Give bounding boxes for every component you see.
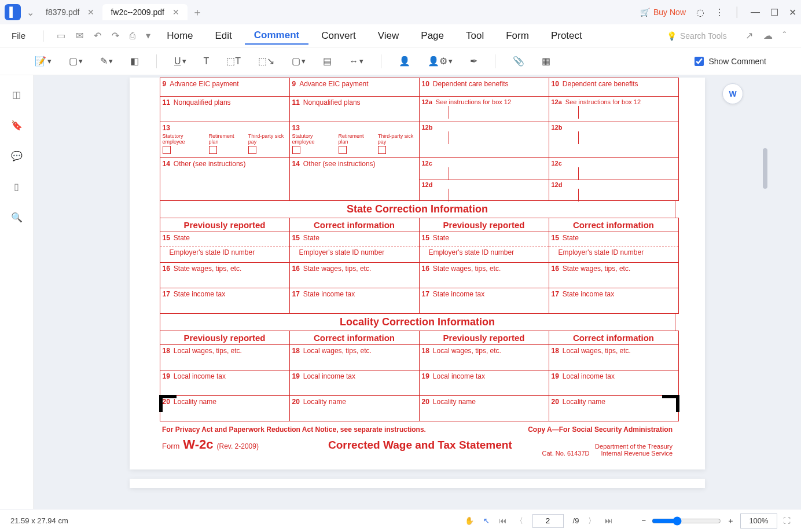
highlight-area-tool[interactable]: ▢▾ [69, 56, 83, 67]
box-num: 18 [422, 347, 429, 355]
thumbnails-icon[interactable]: ◫ [12, 89, 21, 100]
tab-f8379[interactable]: f8379.pdf ✕ [38, 4, 102, 20]
stamp-custom-tool[interactable]: 👤⚙▾ [428, 56, 453, 67]
search-tools[interactable]: 💡 Search Tools [667, 31, 727, 41]
page-number-input[interactable] [532, 514, 564, 528]
undo-icon[interactable]: ↶ [90, 30, 105, 41]
menu-protect[interactable]: Protect [542, 28, 591, 44]
checkbox[interactable] [339, 146, 347, 154]
buy-now-button[interactable]: 🛒 Buy Now [640, 8, 686, 17]
scrollbar-thumb[interactable] [763, 148, 767, 189]
cat-no: Cat. No. 61437D [542, 450, 590, 457]
attachment-tool[interactable]: 📎 [513, 56, 524, 67]
prev-page-button[interactable]: 〈 [516, 516, 523, 526]
shape-tool[interactable]: ▢▾ [292, 56, 306, 67]
form-footer: For Privacy Act and Paperwork Reduction … [160, 421, 675, 469]
bookmark-icon[interactable]: 🔖 [11, 120, 23, 131]
cloud-icon[interactable]: ☁ [760, 30, 776, 41]
close-icon[interactable]: ✕ [87, 8, 94, 17]
zoom-out-button[interactable]: − [641, 516, 646, 525]
divider: │ [734, 7, 740, 17]
zoom-slider[interactable] [652, 516, 721, 526]
col-header: Previously reported [160, 331, 290, 345]
box-num: 12d [422, 181, 433, 188]
comment-icon[interactable]: 💬 [11, 151, 23, 162]
box-label: Locality name [303, 398, 346, 406]
divider [156, 54, 157, 68]
box-num: 9 [163, 80, 167, 88]
box-num: 16 [552, 265, 559, 273]
note-box-tool[interactable]: ▤ [323, 56, 332, 67]
pencil-tool[interactable]: ✎▾ [100, 56, 113, 67]
maximize-button[interactable]: ☐ [770, 7, 778, 18]
mail-icon[interactable]: ✉ [72, 30, 87, 41]
minimize-button[interactable]: — [751, 7, 760, 17]
box-num: 12b [552, 124, 563, 131]
signature-tool[interactable]: ✒ [470, 56, 477, 67]
attachment-panel-icon[interactable]: ▯ [14, 181, 19, 192]
callout-tool[interactable]: ⬚↘ [258, 56, 274, 67]
menu-view[interactable]: View [369, 28, 409, 44]
box-num: 10 [552, 80, 559, 88]
search-icon[interactable]: 🔍 [11, 212, 23, 223]
tab-fw2c-2009[interactable]: fw2c--2009.pdf ✕ [102, 4, 188, 20]
close-icon[interactable]: ✕ [172, 8, 179, 17]
next-page-button[interactable]: 〉 [588, 516, 596, 526]
box-num: 15 [552, 234, 559, 242]
box-num: 18 [552, 347, 559, 355]
save-icon[interactable]: ▭ [53, 30, 69, 41]
text-box-tool[interactable]: ⬚T [226, 56, 241, 67]
redo-icon[interactable]: ↷ [108, 30, 123, 41]
checkbox[interactable] [292, 146, 300, 154]
menu-convert[interactable]: Convert [312, 28, 365, 44]
underline-tool[interactable]: U▾ [174, 56, 186, 67]
fit-width-icon[interactable]: ⛶ [783, 516, 791, 525]
status-bar: 21.59 x 27.94 cm ✋ ↖ ⏮ 〈 /9 〉 ⏭ − ＋ 100%… [0, 509, 801, 532]
print-icon[interactable]: ⎙ [126, 31, 139, 41]
comments-panel-tool[interactable]: ▦ [542, 56, 550, 67]
share-icon[interactable]: ↗ [742, 30, 756, 41]
text-tool[interactable]: T [204, 56, 210, 67]
file-menu[interactable]: File [12, 31, 25, 41]
box-num: 11 [163, 98, 170, 107]
hand-tool-icon[interactable]: ✋ [465, 516, 474, 525]
checkbox[interactable] [209, 146, 217, 154]
menu-bar: File │ ▭ ✉ ↶ ↷ ⎙ ▾ Home Edit Comment Con… [0, 24, 801, 47]
checkbox[interactable] [378, 146, 386, 154]
opt-label: Statutory employee [292, 133, 330, 145]
new-tab-button[interactable]: ＋ [192, 5, 203, 19]
show-comment-checkbox[interactable] [695, 57, 704, 66]
measure-tool[interactable]: ↔▾ [349, 56, 363, 67]
note-tool[interactable]: 📝▾ [35, 56, 52, 67]
dropdown-icon[interactable]: ▾ [142, 30, 154, 41]
zoom-value[interactable]: 100% [740, 513, 777, 529]
checkbox[interactable] [248, 146, 256, 154]
eraser-tool[interactable]: ◧ [130, 56, 139, 67]
col-header: Previously reported [160, 218, 290, 232]
menu-page[interactable]: Page [411, 28, 453, 44]
first-page-button[interactable]: ⏮ [499, 516, 506, 525]
show-comment-toggle[interactable]: Show Comment [695, 57, 766, 66]
kebab-menu-icon[interactable]: ⋮ [715, 7, 724, 18]
document-viewport[interactable]: W 9Advance EIC payment 9Advance EIC paym… [34, 75, 801, 509]
box-num: 9 [292, 80, 296, 88]
pdf-page-next [130, 479, 705, 488]
checkbox[interactable] [163, 146, 171, 154]
last-page-button[interactable]: ⏭ [605, 516, 612, 525]
box-label: State income tax [563, 290, 614, 298]
divider [381, 54, 381, 68]
menu-tool[interactable]: Tool [457, 28, 493, 44]
menu-comment[interactable]: Comment [245, 27, 308, 45]
menu-form[interactable]: Form [497, 28, 538, 44]
stamp-tool[interactable]: 👤 [399, 56, 410, 67]
chevron-up-icon[interactable]: ˆ [780, 31, 789, 41]
menu-home[interactable]: Home [157, 28, 202, 44]
close-window-button[interactable]: ✕ [789, 7, 796, 18]
word-export-button[interactable]: W [722, 83, 743, 104]
zoom-in-button[interactable]: ＋ [727, 516, 734, 526]
user-icon[interactable]: ◌ [696, 7, 704, 18]
menu-edit[interactable]: Edit [206, 28, 241, 44]
tab-list-chevron[interactable]: ⌄ [27, 7, 34, 18]
box-label: Other (see instructions) [303, 160, 376, 168]
select-tool-icon[interactable]: ↖ [483, 516, 490, 525]
